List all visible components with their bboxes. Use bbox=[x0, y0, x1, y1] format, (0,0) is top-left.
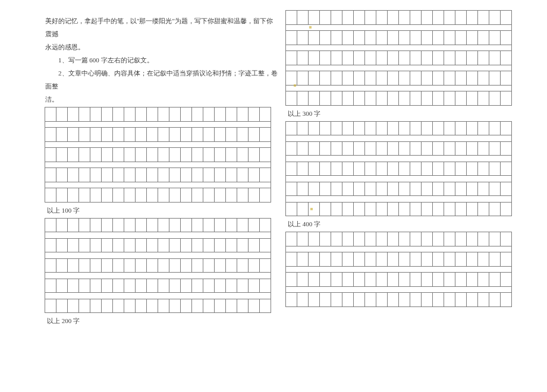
grid-cell[interactable] bbox=[297, 71, 309, 86]
grid-cell[interactable] bbox=[249, 128, 260, 142]
grid-cell[interactable] bbox=[68, 188, 79, 203]
grid-cell[interactable] bbox=[467, 31, 478, 45]
grid-cell[interactable] bbox=[45, 108, 56, 122]
grid-cell[interactable] bbox=[192, 168, 203, 182]
grid-cell[interactable] bbox=[376, 122, 388, 136]
grid-cell[interactable] bbox=[376, 51, 388, 65]
grid-cell[interactable] bbox=[444, 273, 455, 287]
grid-cell[interactable] bbox=[102, 219, 113, 233]
grid-cell[interactable] bbox=[489, 11, 501, 25]
grid-cell[interactable] bbox=[309, 273, 320, 287]
grid-cell[interactable] bbox=[297, 51, 309, 65]
grid-cell[interactable] bbox=[237, 168, 249, 182]
grid-cell[interactable] bbox=[354, 91, 365, 106]
grid-cell[interactable] bbox=[136, 168, 147, 182]
grid-cell[interactable] bbox=[237, 148, 249, 162]
grid-cell[interactable] bbox=[286, 122, 297, 136]
grid-cell[interactable] bbox=[192, 108, 203, 122]
grid-cell[interactable] bbox=[56, 128, 68, 142]
grid-cell[interactable] bbox=[79, 148, 90, 162]
grid-cell[interactable] bbox=[467, 142, 478, 156]
grid-cell[interactable] bbox=[388, 232, 399, 246]
grid-cell[interactable] bbox=[410, 31, 422, 45]
grid-cell[interactable] bbox=[331, 51, 342, 65]
grid-cell[interactable] bbox=[147, 279, 158, 293]
grid-cell[interactable] bbox=[158, 148, 169, 162]
grid-cell[interactable] bbox=[90, 219, 102, 233]
grid-cell[interactable] bbox=[433, 293, 444, 307]
grid-cell[interactable] bbox=[90, 279, 102, 293]
grid-cell[interactable] bbox=[68, 148, 79, 162]
grid-cell[interactable] bbox=[68, 299, 79, 314]
grid-cell[interactable] bbox=[147, 128, 158, 142]
grid-cell[interactable] bbox=[136, 279, 147, 293]
grid-cell[interactable] bbox=[410, 273, 422, 287]
grid-cell[interactable] bbox=[226, 148, 237, 162]
grid-cell[interactable] bbox=[192, 259, 203, 273]
grid-cell[interactable] bbox=[501, 252, 511, 267]
grid-cell[interactable] bbox=[410, 142, 422, 156]
grid-cell[interactable] bbox=[376, 31, 388, 45]
grid-cell[interactable] bbox=[90, 148, 102, 162]
grid-cell[interactable] bbox=[102, 168, 113, 182]
grid-cell[interactable] bbox=[410, 91, 422, 106]
grid-cell[interactable] bbox=[45, 299, 56, 314]
grid-cell[interactable] bbox=[467, 273, 478, 287]
grid-cell[interactable] bbox=[68, 279, 79, 293]
grid-cell[interactable] bbox=[124, 279, 136, 293]
grid-cell[interactable] bbox=[45, 128, 56, 142]
grid-cell[interactable] bbox=[478, 293, 489, 307]
grid-cell[interactable] bbox=[113, 188, 124, 203]
grid-cell[interactable] bbox=[169, 279, 181, 293]
grid-cell[interactable] bbox=[399, 31, 410, 45]
grid-cell[interactable] bbox=[68, 219, 79, 233]
grid-cell[interactable] bbox=[203, 168, 215, 182]
grid-cell[interactable] bbox=[376, 252, 388, 267]
grid-cell[interactable] bbox=[226, 188, 237, 203]
grid-cell[interactable] bbox=[136, 148, 147, 162]
grid-cell[interactable] bbox=[309, 71, 320, 86]
grid-cell[interactable] bbox=[113, 128, 124, 142]
grid-cell[interactable] bbox=[237, 128, 249, 142]
grid-cell[interactable] bbox=[249, 108, 260, 122]
grid-cell[interactable] bbox=[192, 299, 203, 314]
grid-cell[interactable] bbox=[102, 128, 113, 142]
grid-cell[interactable] bbox=[226, 219, 237, 233]
grid-cell[interactable] bbox=[331, 11, 342, 25]
grid-cell[interactable] bbox=[489, 122, 501, 136]
grid-cell[interactable] bbox=[286, 142, 297, 156]
grid-cell[interactable] bbox=[342, 91, 354, 106]
grid-cell[interactable] bbox=[467, 293, 478, 307]
grid-cell[interactable] bbox=[237, 279, 249, 293]
grid-cell[interactable] bbox=[320, 11, 331, 25]
grid-cell[interactable] bbox=[365, 71, 376, 86]
grid-cell[interactable] bbox=[309, 252, 320, 267]
grid-cell[interactable] bbox=[399, 142, 410, 156]
grid-cell[interactable] bbox=[444, 91, 455, 106]
grid-cell[interactable] bbox=[365, 11, 376, 25]
grid-cell[interactable] bbox=[455, 232, 467, 246]
grid-cell[interactable] bbox=[331, 91, 342, 106]
grid-cell[interactable] bbox=[309, 182, 320, 197]
grid-cell[interactable] bbox=[433, 142, 444, 156]
grid-cell[interactable] bbox=[478, 232, 489, 246]
grid-cell[interactable] bbox=[342, 162, 354, 176]
grid-cell[interactable] bbox=[249, 259, 260, 273]
grid-cell[interactable] bbox=[455, 182, 467, 197]
grid-cell[interactable] bbox=[169, 259, 181, 273]
grid-cell[interactable] bbox=[388, 162, 399, 176]
grid-cell[interactable] bbox=[342, 51, 354, 65]
grid-cell[interactable] bbox=[365, 293, 376, 307]
grid-cell[interactable] bbox=[102, 299, 113, 314]
grid-cell[interactable] bbox=[376, 182, 388, 197]
grid-cell[interactable] bbox=[354, 182, 365, 197]
grid-cell[interactable] bbox=[444, 252, 455, 267]
grid-cell[interactable] bbox=[237, 188, 249, 203]
grid-cell[interactable] bbox=[169, 108, 181, 122]
grid-cell[interactable] bbox=[68, 108, 79, 122]
grid-cell[interactable] bbox=[286, 203, 297, 217]
grid-cell[interactable] bbox=[124, 128, 136, 142]
grid-cell[interactable] bbox=[422, 71, 433, 86]
grid-cell[interactable] bbox=[433, 203, 444, 217]
grid-cell[interactable] bbox=[56, 108, 68, 122]
